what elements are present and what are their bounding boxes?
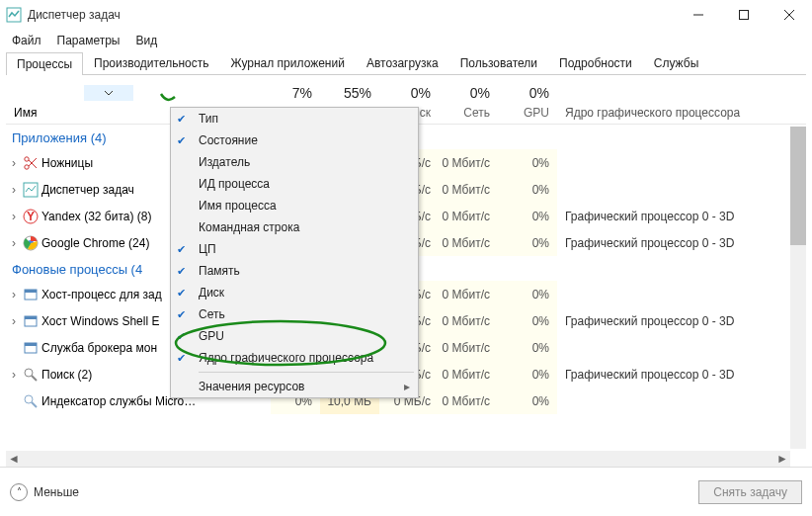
check-icon: ✔ bbox=[177, 308, 186, 321]
ctx-gpu-engine[interactable]: ✔Ядро графического процессора bbox=[171, 347, 418, 369]
expand-icon[interactable]: › bbox=[6, 156, 22, 170]
menu-file[interactable]: Файл bbox=[6, 32, 47, 49]
tab-processes[interactable]: Процессы bbox=[6, 52, 83, 75]
scissors-icon bbox=[22, 155, 40, 171]
svg-rect-15 bbox=[25, 290, 37, 293]
horizontal-scrollbar[interactable]: ◄ ► bbox=[6, 451, 790, 467]
expand-icon[interactable]: › bbox=[6, 314, 22, 328]
ctx-cmdline[interactable]: Командная строка bbox=[171, 216, 418, 238]
check-icon: ✔ bbox=[177, 134, 186, 147]
window-title: Диспетчер задач bbox=[28, 8, 676, 22]
end-task-button[interactable]: Снять задачу bbox=[698, 480, 802, 504]
tab-users[interactable]: Пользователи bbox=[449, 51, 548, 74]
fewer-details-button[interactable]: ˄ Меньше bbox=[10, 483, 79, 501]
ctx-net[interactable]: ✔Сеть bbox=[171, 303, 418, 325]
footer: ˄ Меньше Снять задачу bbox=[0, 467, 812, 516]
col-gpu-engine[interactable]: Ядро графического процессора bbox=[557, 106, 747, 124]
ctx-gpu[interactable]: ✔GPU bbox=[171, 325, 418, 347]
tab-details[interactable]: Подробности bbox=[548, 51, 643, 74]
chrome-icon bbox=[22, 235, 40, 251]
expand-icon[interactable]: › bbox=[6, 288, 22, 301]
expand-icon[interactable]: › bbox=[6, 236, 22, 250]
check-icon: ✔ bbox=[177, 265, 186, 278]
minimize-button[interactable] bbox=[676, 0, 721, 30]
scroll-left-icon[interactable]: ◄ bbox=[6, 451, 22, 467]
ctx-disk[interactable]: ✔Диск bbox=[171, 282, 418, 303]
yandex-icon: Y bbox=[22, 209, 40, 224]
ctx-type[interactable]: ✔Тип bbox=[171, 108, 418, 129]
column-context-menu: ✔Тип ✔Состояние Издатель ИД процесса Имя… bbox=[170, 107, 419, 398]
check-icon: ✔ bbox=[177, 352, 186, 365]
svg-rect-19 bbox=[25, 343, 37, 346]
scroll-right-icon[interactable]: ► bbox=[774, 451, 790, 467]
ctx-memory[interactable]: ✔Память bbox=[171, 260, 418, 282]
taskmgr-icon bbox=[22, 182, 40, 198]
maximize-button[interactable] bbox=[721, 0, 767, 30]
chevron-down-icon bbox=[104, 90, 114, 96]
svg-point-5 bbox=[25, 156, 29, 160]
tab-bar: Процессы Производительность Журнал прило… bbox=[6, 51, 806, 75]
tab-startup[interactable]: Автозагрузка bbox=[356, 51, 449, 74]
ctx-procname[interactable]: Имя процесса bbox=[171, 195, 418, 216]
submenu-arrow-icon: ▸ bbox=[404, 380, 410, 393]
svg-text:Y: Y bbox=[27, 210, 35, 223]
ctx-publisher[interactable]: Издатель bbox=[171, 151, 418, 173]
process-icon bbox=[22, 340, 40, 356]
indexer-icon bbox=[22, 393, 40, 409]
col-net[interactable]: 0%Сеть bbox=[439, 81, 498, 124]
svg-line-21 bbox=[32, 376, 37, 381]
svg-line-23 bbox=[32, 402, 37, 407]
app-icon bbox=[6, 7, 22, 23]
check-icon: ✔ bbox=[177, 243, 186, 256]
expand-icon[interactable]: › bbox=[6, 210, 22, 223]
tab-services[interactable]: Службы bbox=[643, 51, 709, 74]
svg-point-20 bbox=[25, 369, 33, 377]
svg-rect-17 bbox=[25, 316, 37, 319]
svg-rect-2 bbox=[740, 11, 749, 20]
svg-point-22 bbox=[25, 395, 33, 403]
search-icon bbox=[22, 367, 40, 383]
tab-performance[interactable]: Производительность bbox=[83, 51, 219, 74]
vertical-scrollbar[interactable] bbox=[790, 127, 806, 449]
svg-line-7 bbox=[29, 160, 37, 168]
col-name-label: Имя bbox=[14, 106, 37, 120]
titlebar: Диспетчер задач bbox=[0, 0, 812, 30]
sort-indicator[interactable] bbox=[84, 85, 133, 101]
chevron-up-icon: ˄ bbox=[10, 483, 28, 501]
close-button[interactable] bbox=[767, 0, 812, 30]
ctx-cpu[interactable]: ✔ЦП bbox=[171, 238, 418, 260]
menu-params[interactable]: Параметры bbox=[51, 32, 126, 49]
scrollbar-thumb[interactable] bbox=[790, 127, 806, 245]
check-icon: ✔ bbox=[177, 330, 186, 343]
col-gpu[interactable]: 0%GPU bbox=[498, 81, 557, 124]
expand-icon[interactable]: › bbox=[6, 183, 22, 197]
menu-view[interactable]: Вид bbox=[129, 32, 163, 49]
check-icon: ✔ bbox=[177, 287, 186, 300]
process-icon bbox=[22, 287, 40, 302]
ctx-pid[interactable]: ИД процесса bbox=[171, 173, 418, 195]
svg-line-8 bbox=[29, 158, 37, 166]
svg-point-6 bbox=[25, 164, 29, 168]
ctx-status[interactable]: ✔Состояние bbox=[171, 129, 418, 151]
expand-icon[interactable]: › bbox=[6, 368, 22, 382]
check-icon: ✔ bbox=[177, 113, 186, 126]
ctx-resource-values[interactable]: Значения ресурсов▸ bbox=[171, 376, 418, 397]
tab-applog[interactable]: Журнал приложений bbox=[220, 51, 356, 74]
menubar: Файл Параметры Вид bbox=[0, 30, 812, 51]
process-icon bbox=[22, 313, 40, 329]
menu-separator bbox=[199, 372, 414, 373]
